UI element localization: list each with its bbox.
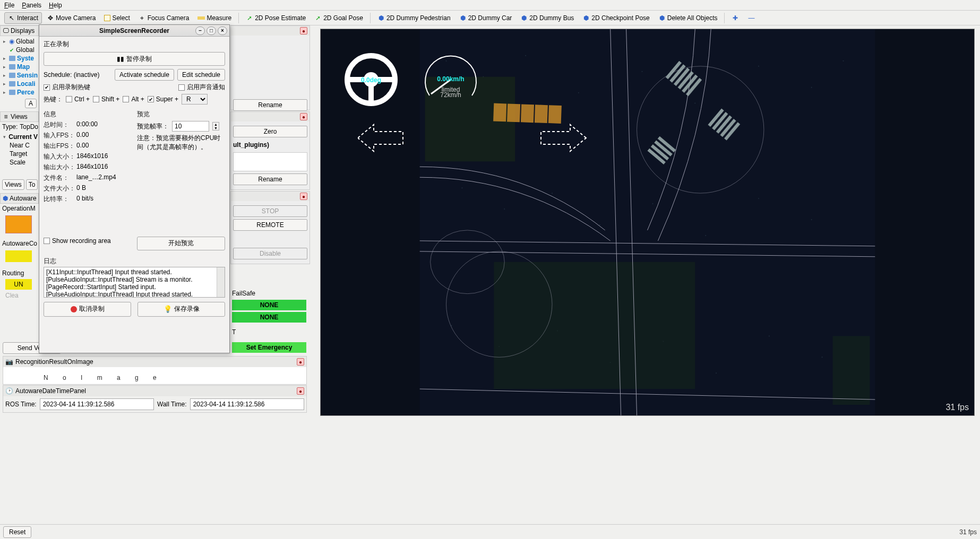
preview-rate-label: 预览帧率： xyxy=(137,122,169,131)
minimize-icon[interactable]: – xyxy=(195,27,205,35)
save-recording-button[interactable]: 💡保存录像 xyxy=(137,302,225,317)
tools-btn[interactable]: To xyxy=(26,179,38,190)
tool-measure[interactable]: Measure xyxy=(194,12,235,24)
menu-panels[interactable]: Panels xyxy=(22,2,41,9)
left-column: 🖵 Displays ▸◉Global ✔Global ▸Syste ▸Map … xyxy=(0,25,39,523)
stop-button[interactable]: STOP xyxy=(233,205,307,217)
tool-2d-goal-pose[interactable]: ➚2D Goal Pose xyxy=(311,12,367,24)
alt-checkbox[interactable]: Alt + xyxy=(123,95,144,103)
start-preview-button[interactable]: 开始预览 xyxy=(137,237,225,250)
tool-move-camera[interactable]: ✥Move Camera xyxy=(43,12,99,24)
current-view[interactable]: ▾Current V xyxy=(1,133,38,141)
type-value[interactable]: TopDo xyxy=(20,123,38,131)
pause-recording-button[interactable]: ▮▮暂停录制 xyxy=(44,52,225,66)
close-icon[interactable]: ● xyxy=(300,193,307,200)
displays-title: Displays xyxy=(11,27,35,34)
spinner-down-icon[interactable]: ▼ xyxy=(213,126,219,130)
scale[interactable]: Scale xyxy=(1,158,38,167)
a-button[interactable]: A xyxy=(25,99,37,108)
set-emergency-button[interactable]: Set Emergency xyxy=(232,342,306,353)
tool-dummy-car[interactable]: ⬢2D Dummy Car xyxy=(455,12,516,24)
status-bar: Reset 31 fps xyxy=(0,524,980,539)
maximize-icon[interactable]: □ xyxy=(207,27,216,35)
enable-sound-checkbox[interactable]: 启用声音通知 xyxy=(178,83,225,92)
output-size-value: 980x539 xyxy=(76,163,108,172)
rename-button-2[interactable]: Rename xyxy=(233,173,307,185)
zero-button[interactable]: Zero xyxy=(233,126,307,137)
wall-time-input[interactable] xyxy=(190,398,304,410)
close-icon[interactable]: × xyxy=(218,27,227,35)
tree-sensing[interactable]: ▸Sensin xyxy=(1,71,38,80)
tool-delete-all[interactable]: ⬢Delete All Objects xyxy=(655,12,721,24)
tool-select[interactable]: Select xyxy=(100,12,133,24)
remote-button[interactable]: REMOTE xyxy=(233,219,307,231)
activate-schedule-button[interactable]: Activate schedule xyxy=(115,69,174,81)
target-frame[interactable]: Target xyxy=(1,150,38,158)
window-titlebar[interactable]: SimpleScreenRecorder – □ × xyxy=(39,25,229,37)
close-icon[interactable]: ● xyxy=(300,27,307,34)
show-recording-area-checkbox[interactable]: Show recording area xyxy=(44,237,132,245)
tree-map[interactable]: ▸Map xyxy=(1,63,38,71)
tool-dummy-pedestrian[interactable]: ⬢2D Dummy Pedestrian xyxy=(374,12,454,24)
rviz-viewport[interactable]: 0.0deg 0.00km/h limited 72km/h 31 fps xyxy=(320,29,975,416)
autoware-panel-header[interactable]: ⬢Autoware xyxy=(0,193,39,204)
recognition-title: RecognitionResultOnImage xyxy=(15,358,93,366)
menu-file[interactable]: FFileile xyxy=(4,2,14,9)
displays-panel-header[interactable]: 🖵 Displays xyxy=(0,25,39,36)
svg-text:N o   I m a g e: N o I m a g e xyxy=(44,374,163,381)
tool-plus[interactable]: ✚ xyxy=(728,12,743,24)
output-fps-value: 0.00 xyxy=(76,142,89,151)
log-textarea[interactable]: [X11Input::InputThread] Input thread sta… xyxy=(44,267,225,298)
tool-interact[interactable]: ↖Interact xyxy=(4,12,42,24)
tool-dummy-bus[interactable]: ⬢2D Dummy Bus xyxy=(517,12,578,24)
ctrl-checkbox[interactable]: Ctrl + xyxy=(66,95,90,103)
autoware-icon: ⬢ xyxy=(3,195,8,202)
hotkey-key-select[interactable]: R xyxy=(182,94,208,105)
menu-help[interactable]: Help xyxy=(49,2,62,9)
cancel-recording-button[interactable]: 取消录制 xyxy=(44,302,131,317)
views-panel-header[interactable]: ≡Views xyxy=(0,111,39,122)
edit-schedule-button[interactable]: Edit schedule xyxy=(177,69,225,81)
svg-point-18 xyxy=(811,219,812,220)
svg-point-6 xyxy=(642,71,643,72)
tree-global-options[interactable]: ▸◉Global xyxy=(1,37,38,46)
right-arrow-indicator xyxy=(538,122,698,202)
monitor-icon: 🖵 xyxy=(3,27,9,34)
near-clip[interactable]: Near C xyxy=(1,141,38,150)
file-name-value: lane_…2.mp4 xyxy=(76,173,116,182)
autoware-icon: ⬢ xyxy=(520,14,528,22)
tool-minus[interactable]: — xyxy=(744,12,759,24)
select-icon xyxy=(104,15,110,21)
rename-button-1[interactable]: Rename xyxy=(233,99,307,111)
clear-route-btn[interactable]: Clea xyxy=(0,291,39,300)
tool-focus-camera[interactable]: ⌖Focus Camera xyxy=(135,12,193,24)
shift-checkbox[interactable]: Shift + xyxy=(93,95,119,103)
tree-localization[interactable]: ▸Locali xyxy=(1,80,38,88)
listbox[interactable] xyxy=(233,152,307,171)
tree-system[interactable]: ▸Syste xyxy=(1,54,38,63)
close-icon[interactable]: ● xyxy=(297,358,304,366)
views-btn[interactable]: Views xyxy=(2,179,24,190)
super-checkbox[interactable]: ✔Super + xyxy=(148,95,178,103)
svg-marker-63 xyxy=(541,125,586,151)
spinner-up-icon[interactable]: ▲ xyxy=(213,123,219,126)
enable-hotkey-checkbox[interactable]: ✔启用录制热键 xyxy=(44,83,90,92)
disable-button[interactable]: Disable xyxy=(233,248,307,259)
failsafe-section: FailSafe NONE NONE T xyxy=(232,289,306,336)
tool-checkpoint-pose[interactable]: ⬢2D Checkpoint Pose xyxy=(579,12,653,24)
tool-2d-pose-estimate[interactable]: ➚2D Pose Estimate xyxy=(242,12,310,24)
reset-button[interactable]: Reset xyxy=(3,526,31,538)
svg-point-5 xyxy=(578,92,579,93)
tree-global-status[interactable]: ✔Global xyxy=(1,46,38,54)
focus-icon: ⌖ xyxy=(139,14,146,22)
svg-point-10 xyxy=(843,60,844,62)
tree-perception[interactable]: ▸Perce xyxy=(1,88,38,97)
autoware-icon: ⬢ xyxy=(377,14,385,22)
close-icon[interactable]: ● xyxy=(297,387,304,395)
close-icon[interactable]: ● xyxy=(300,113,307,120)
camera-icon: 📷 xyxy=(5,358,13,366)
preview-rate-input[interactable] xyxy=(172,121,209,132)
cursor-icon: ↖ xyxy=(8,14,15,22)
ros-time-input[interactable] xyxy=(40,398,154,410)
ros-time-label: ROS Time: xyxy=(5,401,37,408)
